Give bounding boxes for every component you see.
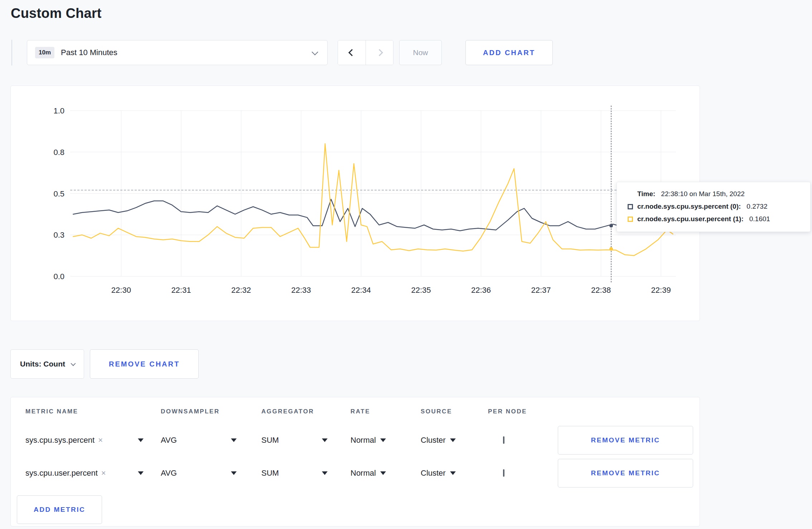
col-header-per-node: PER NODE (488, 408, 558, 415)
tooltip-time-row: Time: 22:38:10 on Mar 15th, 2022 (628, 190, 801, 198)
downsampler-select[interactable]: AVG (161, 436, 237, 445)
metrics-table-header: METRIC NAME DOWNSAMPLER AGGREGATOR RATE … (11, 408, 700, 424)
svg-text:22:37: 22:37 (531, 286, 551, 295)
source-select[interactable]: Cluster (421, 436, 488, 445)
dropdown-caret-icon (380, 471, 386, 475)
dropdown-caret-icon (231, 438, 237, 442)
now-button[interactable]: Now (399, 40, 442, 65)
svg-text:22:36: 22:36 (471, 286, 491, 295)
dropdown-caret-icon (450, 471, 456, 475)
dropdown-caret-icon (322, 471, 328, 475)
svg-text:0.0: 0.0 (53, 272, 64, 281)
col-header-aggregator: AGGREGATOR (261, 408, 351, 415)
rate-select[interactable]: Normal (351, 436, 421, 445)
time-range-label: Past 10 Minutes (61, 48, 305, 57)
tooltip-series-value: 0.1601 (749, 215, 770, 223)
remove-metric-button[interactable]: REMOVE METRIC (558, 426, 693, 455)
chart-card: 22:3022:3122:3222:3322:3422:3522:3622:37… (10, 86, 700, 321)
svg-text:22:39: 22:39 (651, 286, 671, 295)
units-row: Units: Count REMOVE CHART (10, 349, 812, 379)
chevron-down-icon (71, 361, 76, 366)
svg-text:0.5: 0.5 (53, 189, 64, 198)
page-title: Custom Chart (0, 0, 812, 21)
metric-row: sys.cpu.user.percent × AVG SUM Normal Cl… (11, 457, 700, 490)
time-range-badge: 10m (35, 47, 54, 58)
aggregator-select[interactable]: SUM (261, 469, 328, 478)
controls-row: 10m Past 10 Minutes Now ADD CHART (0, 40, 812, 65)
time-back-button[interactable] (338, 40, 366, 65)
tooltip-series-name: cr.node.sys.cpu.sys.percent (0): (637, 203, 741, 210)
dropdown-caret-icon (138, 471, 144, 475)
dropdown-caret-icon (450, 438, 456, 442)
svg-text:0.8: 0.8 (53, 148, 64, 157)
svg-text:22:38: 22:38 (591, 286, 611, 295)
svg-text:22:34: 22:34 (351, 286, 371, 295)
add-metric-button[interactable]: ADD METRIC (17, 495, 102, 524)
svg-text:22:31: 22:31 (171, 286, 191, 295)
series-user-swatch-icon (628, 217, 633, 222)
units-select[interactable]: Units: Count (10, 349, 84, 379)
svg-text:1.0: 1.0 (53, 106, 64, 115)
source-select[interactable]: Cluster (421, 469, 488, 478)
per-node-checkbox[interactable] (503, 436, 504, 444)
metrics-table-card: METRIC NAME DOWNSAMPLER AGGREGATOR RATE … (10, 397, 700, 526)
metrics-line-chart[interactable]: 22:3022:3122:3222:3322:3422:3522:3622:37… (11, 86, 700, 321)
chevron-right-icon (376, 49, 383, 56)
tooltip-time-value: 22:38:10 on Mar 15th, 2022 (661, 190, 744, 198)
dropdown-caret-icon (322, 438, 328, 442)
tooltip-series-name: cr.node.sys.cpu.user.percent (1): (637, 215, 744, 223)
metric-name-select[interactable]: sys.cpu.sys.percent × (25, 436, 144, 445)
custom-chart-page: Custom Chart 10m Past 10 Minutes Now ADD… (0, 0, 812, 529)
svg-text:22:33: 22:33 (291, 286, 311, 295)
col-header-metric-name: METRIC NAME (25, 408, 161, 415)
tooltip-series-row: cr.node.sys.cpu.user.percent (1): 0.1601 (628, 215, 801, 223)
metric-name-value: sys.cpu.sys.percent (25, 436, 95, 445)
tooltip-series-value: 0.2732 (746, 203, 767, 210)
metric-row: sys.cpu.sys.percent × AVG SUM Normal Clu… (11, 424, 700, 457)
dropdown-caret-icon (138, 438, 144, 442)
chevron-left-icon (348, 49, 356, 56)
dropdown-caret-icon (231, 471, 237, 475)
time-range-select[interactable]: 10m Past 10 Minutes (27, 40, 328, 65)
svg-text:22:32: 22:32 (231, 286, 251, 295)
add-chart-button[interactable]: ADD CHART (465, 40, 553, 65)
col-header-source: SOURCE (421, 408, 488, 415)
aggregator-select[interactable]: SUM (261, 436, 328, 445)
col-header-downsampler: DOWNSAMPLER (161, 408, 261, 415)
time-forward-button[interactable] (366, 40, 393, 65)
remove-chart-button[interactable]: REMOVE CHART (90, 349, 199, 379)
tooltip-time-label: Time: (637, 190, 655, 198)
left-divider (11, 40, 12, 65)
remove-metric-button[interactable]: REMOVE METRIC (558, 459, 693, 487)
svg-text:22:30: 22:30 (111, 286, 131, 295)
chart-tooltip: Time: 22:38:10 on Mar 15th, 2022 cr.node… (617, 182, 811, 232)
metric-name-select[interactable]: sys.cpu.user.percent × (25, 469, 144, 478)
per-node-checkbox[interactable] (503, 469, 504, 477)
time-step-buttons (338, 40, 393, 65)
series-sys-swatch-icon (628, 204, 633, 209)
dropdown-caret-icon (380, 438, 386, 442)
svg-text:22:35: 22:35 (411, 286, 431, 295)
units-label: Units: Count (20, 360, 65, 368)
tooltip-series-row: cr.node.sys.cpu.sys.percent (0): 0.2732 (628, 203, 801, 210)
rate-select[interactable]: Normal (351, 469, 421, 478)
clear-metric-icon[interactable]: × (101, 469, 106, 478)
metric-name-value: sys.cpu.user.percent (25, 469, 98, 478)
chevron-down-icon (311, 49, 318, 55)
downsampler-select[interactable]: AVG (161, 469, 237, 478)
col-header-rate: RATE (351, 408, 421, 415)
clear-metric-icon[interactable]: × (98, 436, 103, 445)
svg-text:0.3: 0.3 (53, 230, 64, 239)
